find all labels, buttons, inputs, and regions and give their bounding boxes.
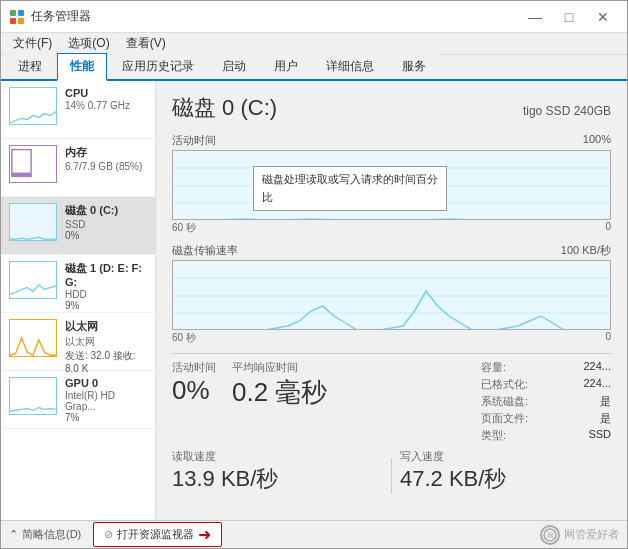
minimize-button[interactable]: — (519, 7, 551, 27)
response-val: 0.2 毫秒 (232, 375, 327, 410)
mem-mini-chart (9, 145, 57, 183)
cpu-mini-chart (9, 87, 57, 125)
watermark-text: 网管爱好者 (564, 527, 619, 542)
tab-performance[interactable]: 性能 (57, 53, 107, 81)
tab-services[interactable]: 服务 (389, 53, 439, 79)
open-monitor-label: 打开资源监视器 (117, 527, 194, 542)
svg-rect-2 (10, 18, 16, 24)
stats-right: 容量: 224... 已格式化: 224... 系统磁盘: 是 页面文件: (481, 360, 611, 443)
cpu-info: CPU 14% 0.77 GHz (65, 87, 147, 111)
transfer-time: 60 秒 (172, 331, 196, 345)
type-val: SSD (588, 428, 611, 443)
sidebar-item-disk1[interactable]: 磁盘 1 (D: E: F: G: HDD 9% (1, 255, 155, 313)
gpu-info: GPU 0 Intel(R) HD Grap... 7% (65, 377, 147, 423)
sidebar-item-ethernet[interactable]: 以太网 以太网 发送: 32.0 接收: 8.0 K (1, 313, 155, 371)
eth-mini-chart (9, 319, 57, 357)
transfer-label-row: 磁盘传输速率 100 KB/秒 (172, 243, 611, 258)
stats-section: 活动时间 0% 平均响应时间 0.2 毫秒 容量: 224... (172, 353, 611, 494)
activity-tooltip: 磁盘处理读取或写入请求的时间百分 比 (253, 166, 447, 211)
read-speed-val: 13.9 KB/秒 (172, 464, 383, 494)
transfer-graph-section: 磁盘传输速率 100 KB/秒 60 秒 0 (172, 243, 611, 345)
activity-percent: 100% (583, 133, 611, 148)
read-speed-stat: 读取速度 13.9 KB/秒 (172, 449, 383, 494)
transfer-max: 100 KB/秒 (561, 243, 611, 258)
activity-time-row: 60 秒 0 (172, 221, 611, 235)
stat-page-file: 页面文件: 是 (481, 411, 611, 426)
maximize-button[interactable]: □ (553, 7, 585, 27)
gpu-model: Intel(R) HD Grap... (65, 390, 147, 412)
open-resource-monitor-button[interactable]: ⊘ 打开资源监视器 ➜ (93, 522, 222, 547)
bottombar: ⌃ 简略信息(D) ⊘ 打开资源监视器 ➜ 网 网管爱好者 (1, 520, 627, 548)
panel-header: 磁盘 0 (C:) tigo SSD 240GB (172, 93, 611, 123)
tabbar: 进程 性能 应用历史记录 启动 用户 详细信息 服务 (1, 55, 627, 81)
svg-text:网: 网 (547, 532, 554, 539)
task-manager-window: 任务管理器 — □ ✕ 文件(F) 选项(O) 查看(V) 进程 性能 应用历史… (0, 0, 628, 549)
svg-rect-0 (10, 10, 16, 16)
panel-title: 磁盘 0 (C:) (172, 93, 277, 123)
tooltip-line1: 磁盘处理读取或写入请求的时间百分 (262, 173, 438, 185)
main-content: CPU 14% 0.77 GHz 内存 6.7/7.9 GB (85%) (1, 81, 627, 520)
cpu-label: CPU (65, 87, 147, 99)
page-file-val: 是 (600, 411, 611, 426)
tab-details[interactable]: 详细信息 (313, 53, 387, 79)
stats-main-row: 活动时间 0% 平均响应时间 0.2 毫秒 容量: 224... (172, 360, 611, 443)
menu-options[interactable]: 选项(O) (60, 33, 117, 54)
tab-startup[interactable]: 启动 (209, 53, 259, 79)
transfer-time-row: 60 秒 0 (172, 331, 611, 345)
activity-graph-section: 活动时间 100% 磁盘处理读取或写入请求的时间百 (172, 133, 611, 235)
transfer-graph (172, 260, 611, 330)
transfer-label: 磁盘传输速率 (172, 243, 238, 258)
stat-activity: 活动时间 0% (172, 360, 216, 443)
menubar: 文件(F) 选项(O) 查看(V) (1, 33, 627, 55)
activity-label: 活动时间 (172, 133, 216, 148)
sidebar-item-cpu[interactable]: CPU 14% 0.77 GHz (1, 81, 155, 139)
eth-info: 以太网 以太网 发送: 32.0 接收: 8.0 K (65, 319, 147, 374)
disk0-val: 0% (65, 230, 147, 241)
tab-process[interactable]: 进程 (5, 53, 55, 79)
disk0-mini-chart (9, 203, 57, 241)
mem-stats: 6.7/7.9 GB (85%) (65, 161, 147, 172)
stat-capacity: 容量: 224... (481, 360, 611, 375)
speed-row: 读取速度 13.9 KB/秒 写入速度 47.2 KB/秒 (172, 449, 611, 494)
disk1-info: 磁盘 1 (D: E: F: G: HDD 9% (65, 261, 147, 311)
tooltip-line2: 比 (262, 191, 273, 203)
sidebar-item-disk0[interactable]: 磁盘 0 (C:) SSD 0% (1, 197, 155, 255)
capacity-val: 224... (583, 360, 611, 375)
stat-type: 类型: SSD (481, 428, 611, 443)
svg-rect-10 (173, 261, 610, 330)
disk0-type: SSD (65, 219, 147, 230)
panel-brand: tigo SSD 240GB (523, 104, 611, 118)
activity-graph: 磁盘处理读取或写入请求的时间百分 比 (172, 150, 611, 220)
stat-response: 平均响应时间 0.2 毫秒 (232, 360, 327, 443)
response-label: 平均响应时间 (232, 360, 327, 375)
write-speed-val: 47.2 KB/秒 (400, 464, 611, 494)
watermark-icon: 网 (540, 525, 560, 545)
disk1-type: HDD (65, 289, 147, 300)
system-disk-label: 系统磁盘: (481, 394, 528, 409)
close-button[interactable]: ✕ (587, 7, 619, 27)
sidebar-item-gpu[interactable]: GPU 0 Intel(R) HD Grap... 7% (1, 371, 155, 429)
formatted-label: 已格式化: (481, 377, 528, 392)
write-speed-label: 写入速度 (400, 449, 611, 464)
tab-users[interactable]: 用户 (261, 53, 311, 79)
arrow-right-icon: ➜ (198, 525, 211, 544)
svg-rect-1 (18, 10, 24, 16)
chevron-icon: ⌃ (9, 528, 18, 541)
tab-app-history[interactable]: 应用历史记录 (109, 53, 207, 79)
watermark: 网 网管爱好者 (540, 525, 619, 545)
disk1-val: 9% (65, 300, 147, 311)
activity-val: 0% (172, 375, 216, 406)
titlebar: 任务管理器 — □ ✕ (1, 1, 627, 33)
formatted-val: 224... (583, 377, 611, 392)
menu-file[interactable]: 文件(F) (5, 33, 60, 54)
write-speed-stat: 写入速度 47.2 KB/秒 (400, 449, 611, 494)
svg-rect-3 (18, 18, 24, 24)
window-title: 任务管理器 (31, 8, 519, 25)
performance-panel: 磁盘 0 (C:) tigo SSD 240GB 活动时间 100% (156, 81, 627, 520)
summary-label: 简略信息(D) (22, 527, 81, 542)
summary-toggle[interactable]: ⌃ 简略信息(D) (9, 527, 81, 542)
menu-view[interactable]: 查看(V) (118, 33, 174, 54)
sidebar-item-memory[interactable]: 内存 6.7/7.9 GB (85%) (1, 139, 155, 197)
mem-info: 内存 6.7/7.9 GB (85%) (65, 145, 147, 172)
activity-zero: 0 (605, 221, 611, 235)
